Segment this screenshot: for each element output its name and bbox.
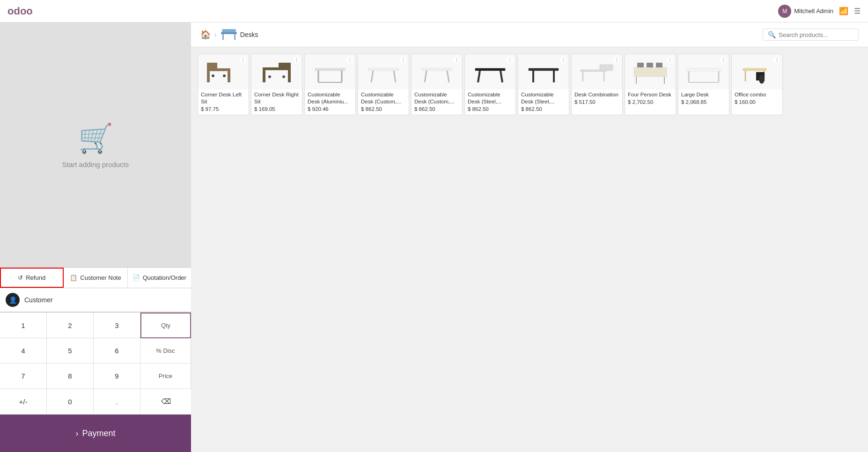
svg-rect-41 [656,63,662,67]
svg-rect-1 [222,34,223,40]
card-menu-5[interactable]: ⋮ [453,56,460,64]
numpad-4[interactable]: 4 [0,338,47,364]
right-panel: 🏠 › Desks 🔍 ⋮ [191,22,868,452]
bottom-controls: ↺ Refund 📋 Customer Note 📄 Quotation/Ord… [0,267,191,452]
numpad-7[interactable]: 7 [0,364,47,389]
svg-rect-2 [234,34,235,40]
svg-line-27 [447,71,449,82]
desk-black-2-img [525,58,562,86]
card-menu-3[interactable]: ⋮ [346,56,353,64]
customer-note-button[interactable]: 📋 Customer Note [64,268,127,288]
product-card-2[interactable]: ⋮ Corner Desk Right Sit $ 169.05 [251,54,302,115]
breadcrumb-current: Desks [221,28,258,41]
payment-button[interactable]: › Payment [0,415,191,452]
numpad-3[interactable]: 3 [94,313,140,338]
customer-note-label: Customer Note [80,274,121,281]
breadcrumb-label: Desks [240,31,258,38]
wifi-icon[interactable]: 📶 [839,7,848,15]
numpad-8[interactable]: 8 [47,364,94,389]
product-info-2: Corner Desk Right Sit $ 169.05 [251,89,302,115]
product-card-6[interactable]: ⋮ Customizable Desk (Steel,... $ 862.50 [464,54,516,115]
product-name-8: Desk Combination [574,91,619,98]
search-input[interactable] [779,31,853,38]
product-card-8[interactable]: ⋮ Desk Combination $ 517.50 [571,54,623,115]
card-menu-8[interactable]: ⋮ [613,56,620,64]
order-area: 🛒 Start adding products [0,22,191,267]
product-name-6: Customizable Desk (Steel,... [468,91,513,105]
quotation-label: Quotation/Order [143,274,186,281]
desk-category-icon [221,28,237,41]
product-price-8: $ 517.50 [574,99,619,105]
card-menu-6[interactable]: ⋮ [506,56,514,64]
product-price-9: $ 2,702.50 [628,99,673,105]
numpad-plusminus[interactable]: +/- [0,389,47,415]
card-menu-9[interactable]: ⋮ [666,56,674,64]
breadcrumb-home[interactable]: 🏠 [200,29,211,40]
user-badge: M Mitchell Admin [778,5,833,18]
customer-icon: 👤 [6,293,20,307]
numpad-qty[interactable]: Qty [140,313,191,338]
numpad-dot[interactable]: . [94,389,140,415]
numpad-disc[interactable]: % Disc [140,338,191,364]
product-card-3[interactable]: ⋮ Customizable Desk (Aluminiu... $ 920.4… [304,54,356,115]
product-price-3: $ 920.46 [308,106,353,112]
svg-rect-22 [368,68,398,71]
numpad-0[interactable]: 0 [47,389,94,415]
action-buttons: ↺ Refund 📋 Customer Note 📄 Quotation/Ord… [0,267,191,288]
refund-button[interactable]: ↺ Refund [0,268,64,288]
product-card-10[interactable]: ⋮ Large Desk $ 2,068.85 [678,54,729,115]
search-bar[interactable]: 🔍 [763,29,859,41]
card-menu-1[interactable]: ⋮ [239,56,247,64]
product-name-11: Office combo [735,91,780,98]
svg-rect-39 [637,63,644,67]
numpad-price[interactable]: Price [140,364,191,389]
numpad-1[interactable]: 1 [0,313,47,338]
numpad-6[interactable]: 6 [94,338,140,364]
corner-desk-left-img [205,58,242,86]
product-card-9[interactable]: ⋮ Four Person Desk $ 2,702.50 [625,54,676,115]
svg-rect-6 [228,71,230,82]
product-card-1[interactable]: ⋮ Corner Desk Left Sit $ 97 [198,54,249,115]
empty-order-text: Start adding products [62,160,129,168]
svg-rect-40 [647,63,653,67]
payment-label: Payment [82,429,115,438]
svg-rect-28 [475,68,505,71]
numpad-2[interactable]: 2 [47,313,94,338]
product-price-4: $ 862.50 [361,106,406,112]
card-menu-7[interactable]: ⋮ [559,56,567,64]
svg-rect-7 [207,63,217,69]
card-menu-10[interactable]: ⋮ [720,56,727,64]
numpad-5[interactable]: 5 [47,338,94,364]
product-info-7: Customizable Desk (Steel,... $ 862.50 [518,89,569,115]
card-menu-2[interactable]: ⋮ [293,56,300,64]
product-card-4[interactable]: ⋮ Customizable Desk (Custom,... $ 862.50 [358,54,409,115]
desk-combo-img [578,58,616,86]
numpad-9[interactable]: 9 [94,364,140,389]
left-panel: 🛒 Start adding products ↺ Refund 📋 Custo… [0,22,191,452]
desk-white-2-img [365,58,402,86]
numpad-backspace[interactable]: ⌫ [140,389,191,415]
product-info-3: Customizable Desk (Aluminiu... $ 920.46 [305,89,355,115]
breadcrumb-bar: 🏠 › Desks 🔍 [191,22,868,47]
menu-icon[interactable]: ☰ [854,7,861,15]
product-info-1: Corner Desk Left Sit $ 97.75 [198,89,249,115]
svg-rect-15 [279,63,291,68]
desk-white-3-img [418,58,456,86]
product-card-11[interactable]: ⋮ Office combo $ 160.00 [731,54,783,115]
avatar: M [778,5,791,18]
card-menu-11[interactable]: ⋮ [773,56,780,64]
product-name-7: Customizable Desk (Steel,... [521,91,566,105]
product-price-2: $ 169.05 [254,106,299,112]
customer-row[interactable]: 👤 Customer [0,288,191,312]
product-card-5[interactable]: ⋮ Customizable Desk (Custom,... $ 862.50 [411,54,463,115]
customer-note-icon: 📋 [70,274,77,281]
product-name-5: Customizable Desk (Custom,... [414,91,459,105]
user-name: Mitchell Admin [794,7,833,15]
card-menu-4[interactable]: ⋮ [399,56,407,64]
svg-point-11 [224,75,225,76]
large-desk-img [685,58,722,86]
product-price-5: $ 862.50 [414,106,459,112]
refund-label: Refund [26,274,45,281]
product-card-7[interactable]: ⋮ Customizable Desk (Steel,... $ 862.50 [518,54,569,115]
quotation-order-button[interactable]: 📄 Quotation/Order [128,268,191,288]
